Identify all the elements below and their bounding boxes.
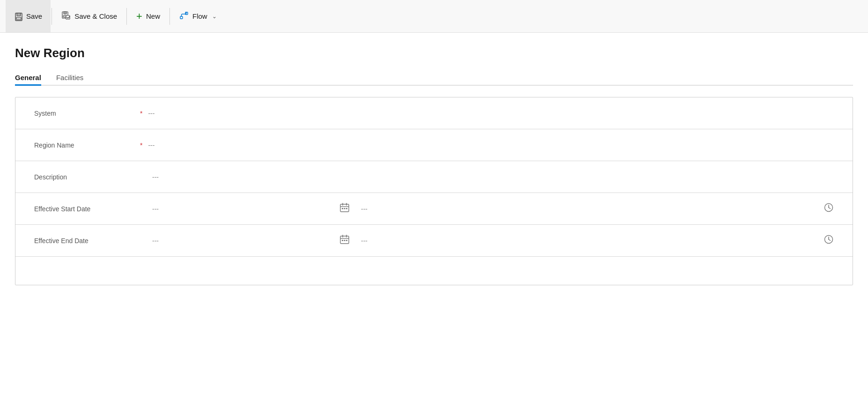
effective-end-date-value[interactable]: --- (152, 237, 339, 245)
system-label: System (34, 110, 137, 117)
svg-rect-4 (64, 12, 66, 14)
save-close-button[interactable]: Save & Close (53, 0, 125, 32)
system-required: * (140, 110, 142, 117)
field-system: System * --- (15, 97, 853, 129)
description-label: Description (34, 173, 137, 181)
svg-rect-24 (344, 240, 346, 241)
svg-line-18 (829, 208, 831, 209)
tab-facilities[interactable]: Facilities (56, 71, 83, 86)
flow-button[interactable]: Flow ⌄ (171, 0, 225, 32)
effective-end-time-value[interactable]: --- (361, 237, 368, 245)
effective-start-date-label: Effective Start Date (34, 205, 137, 213)
svg-rect-2 (16, 17, 21, 20)
start-date-calendar-icon[interactable] (339, 202, 350, 215)
toolbar: Save Save & Close + New (0, 0, 868, 33)
region-name-label: Region Name (34, 141, 137, 149)
flow-icon (179, 11, 189, 22)
new-label: New (146, 12, 160, 20)
toolbar-divider-2 (126, 8, 127, 25)
toolbar-divider-3 (169, 8, 170, 25)
effective-end-date-label: Effective End Date (34, 237, 137, 245)
toolbar-divider-1 (51, 8, 52, 25)
svg-rect-13 (342, 208, 343, 209)
svg-rect-14 (344, 208, 346, 209)
tabs: General Facilities (15, 71, 853, 86)
svg-rect-25 (346, 240, 347, 241)
save-close-icon (61, 11, 71, 22)
svg-line-28 (829, 239, 831, 241)
save-close-label: Save & Close (74, 12, 117, 20)
new-button[interactable]: + New (128, 0, 169, 32)
effective-start-time-value[interactable]: --- (361, 205, 368, 213)
page-title: New Region (15, 46, 853, 60)
field-region-name: Region Name * --- (15, 129, 853, 161)
svg-rect-23 (342, 240, 343, 241)
end-date-clock-icon[interactable] (824, 234, 834, 247)
page-content: New Region General Facilities System * -… (0, 33, 868, 295)
svg-rect-1 (17, 13, 21, 16)
flow-chevron-icon: ⌄ (212, 13, 217, 20)
new-icon: + (136, 11, 142, 22)
effective-start-date-value[interactable]: --- (152, 205, 339, 213)
region-name-value[interactable]: --- (148, 141, 834, 149)
description-value[interactable]: --- (152, 173, 834, 181)
system-value[interactable]: --- (148, 110, 834, 117)
field-description: Description --- (15, 161, 853, 193)
form-container: System * --- Region Name * --- Descripti… (15, 97, 853, 285)
save-icon (14, 12, 22, 21)
save-label: Save (26, 12, 42, 20)
svg-rect-15 (346, 208, 347, 209)
field-effective-start-date: Effective Start Date --- --- (15, 193, 853, 225)
save-button[interactable]: Save (6, 0, 51, 32)
start-date-clock-icon[interactable] (824, 202, 834, 215)
tab-general[interactable]: General (15, 71, 41, 86)
flow-label: Flow (192, 12, 207, 20)
form-row-empty (15, 257, 853, 285)
field-effective-end-date: Effective End Date --- --- (15, 225, 853, 257)
end-date-calendar-icon[interactable] (339, 234, 350, 247)
svg-rect-7 (180, 16, 183, 19)
region-name-required: * (140, 141, 142, 149)
